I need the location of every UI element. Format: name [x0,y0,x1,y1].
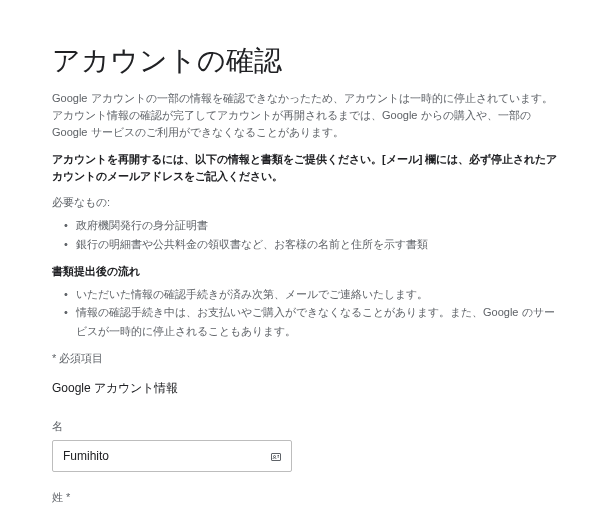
flow-list: いただいた情報の確認手続きが済み次第、メールでご連絡いたします。 情報の確認手続… [52,285,558,341]
first-name-label: 名 [52,419,558,434]
intro-text: Google アカウントの一部の情報を確認できなかったため、アカウントは一時的に… [52,90,558,141]
page-title: アカウントの確認 [52,42,558,80]
first-name-input[interactable] [52,440,292,472]
necessary-list: 政府機関発行の身分証明書 銀行の明細書や公共料金の領収書など、お客様の名前と住所… [52,216,558,253]
flow-heading: 書類提出後の流れ [52,264,558,279]
last-name-label: 姓 * [52,490,558,505]
required-note: * 必須項目 [52,351,558,366]
list-item: 銀行の明細書や公共料金の領収書など、お客様の名前と住所を示す書類 [64,235,558,254]
necessary-label: 必要なもの: [52,195,558,210]
list-item: いただいた情報の確認手続きが済み次第、メールでご連絡いたします。 [64,285,558,304]
instruction-text: アカウントを再開するには、以下の情報と書類をご提供ください。[メール] 欄には、… [52,151,558,185]
list-item: 情報の確認手続き中は、お支払いやご購入ができなくなることがあります。また、Goo… [64,303,558,340]
form-container: アカウントの確認 Google アカウントの一部の情報を確認できなかったため、ア… [0,0,610,510]
first-name-wrap [52,440,292,490]
list-item: 政府機関発行の身分証明書 [64,216,558,235]
form-section-title: Google アカウント情報 [52,380,558,397]
